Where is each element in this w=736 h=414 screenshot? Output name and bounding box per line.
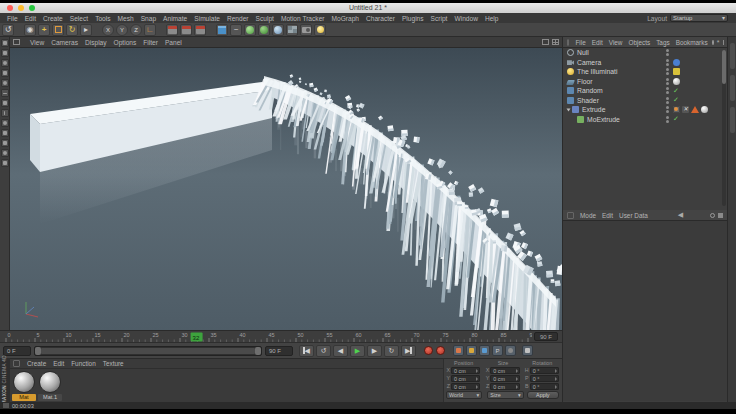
pos-z-field[interactable]: 0 cm — [451, 383, 480, 390]
lock-icon[interactable] — [718, 213, 723, 218]
visibility-dots[interactable] — [666, 49, 669, 57]
edges-mode-icon[interactable] — [1, 89, 9, 97]
coordinate-space-dropdown[interactable]: World▾ — [446, 391, 482, 399]
visibility-dots[interactable] — [666, 58, 669, 66]
play-backwards-button[interactable]: ↺ — [316, 345, 331, 357]
timeline-ruler[interactable]: 05101520253035404550556065707580859032 — [2, 331, 532, 343]
am-menu-edit[interactable]: Edit — [602, 212, 613, 219]
mat-menu-create[interactable]: Create — [27, 360, 46, 367]
viewport-canvas[interactable] — [10, 48, 562, 330]
vp-menu-options[interactable]: Options — [114, 39, 137, 46]
previous-frame-button[interactable]: ◀ — [333, 345, 348, 357]
rot-p-field[interactable]: 0 ° — [530, 375, 559, 382]
modeling-settings-icon[interactable] — [1, 159, 9, 167]
pos-y-field[interactable]: 0 cm — [451, 375, 480, 382]
size-mode-dropdown[interactable]: Size▾ — [487, 391, 523, 399]
expand-arrow-icon[interactable] — [567, 108, 571, 111]
menu-file[interactable]: File — [7, 15, 18, 22]
make-editable-icon[interactable] — [1, 39, 9, 47]
goto-start-button[interactable]: ◀ — [299, 345, 314, 357]
scale-tool-icon[interactable] — [52, 24, 64, 36]
tab-handle[interactable] — [730, 43, 735, 69]
x-axis-toggle[interactable]: X — [102, 24, 114, 36]
om-menu-bookmarks[interactable]: Bookmarks — [676, 39, 708, 46]
rotate-tool-icon[interactable]: ↻ — [66, 24, 78, 36]
start-frame-field[interactable]: 0 F — [3, 346, 31, 356]
z-axis-toggle[interactable]: Z — [130, 24, 142, 36]
coordinate-system-icon[interactable]: ∟ — [144, 24, 156, 36]
am-menu-mode[interactable]: Mode — [580, 212, 596, 219]
om-menu-objects[interactable]: Objects — [628, 39, 650, 46]
visibility-dots[interactable] — [666, 87, 669, 95]
menu-snap[interactable]: Snap — [141, 15, 156, 22]
enable-axis-icon[interactable] — [1, 109, 9, 117]
om-scrollbar[interactable] — [722, 50, 726, 206]
object-row-shader[interactable]: Shader ✓ — [563, 96, 727, 106]
menu-mesh[interactable]: Mesh — [118, 15, 134, 22]
floor-menu-button[interactable] — [286, 24, 298, 36]
history-back-icon[interactable]: ◀ — [678, 211, 683, 219]
menu-tools[interactable]: Tools — [95, 15, 110, 22]
tab-handle[interactable] — [730, 75, 735, 101]
size-x-field[interactable]: 0 cm — [490, 367, 519, 374]
mat-menu-edit[interactable]: Edit — [53, 360, 64, 367]
rot-b-field[interactable]: 0 ° — [530, 383, 559, 390]
menu-window[interactable]: Window — [454, 15, 477, 22]
keyframe-rotation-toggle[interactable] — [479, 345, 490, 356]
material-preview-sphere[interactable] — [13, 371, 35, 393]
goto-end-button[interactable]: ▶ — [401, 345, 416, 357]
enabled-check-icon[interactable]: ✓ — [673, 96, 679, 104]
deformer-menu-button[interactable] — [258, 24, 270, 36]
tab-handle[interactable] — [730, 107, 735, 133]
timeline-max-field[interactable]: 90 F — [534, 332, 558, 341]
points-mode-icon[interactable] — [1, 79, 9, 87]
object-row-extrude[interactable]: Extrude ✕ — [563, 105, 727, 115]
record-keyframe-button[interactable] — [424, 346, 433, 355]
render-view-button[interactable] — [166, 24, 178, 36]
menu-character[interactable]: Character — [366, 15, 395, 22]
om-menu-edit[interactable]: Edit — [592, 39, 603, 46]
keyframe-parameter-toggle[interactable]: P — [492, 345, 503, 356]
menu-simulate[interactable]: Simulate — [194, 15, 220, 22]
om-menu-view[interactable]: View — [609, 39, 623, 46]
camera-menu-button[interactable] — [300, 24, 312, 36]
x-tag[interactable]: ✕ — [682, 106, 689, 113]
move-tool-icon[interactable]: + — [38, 24, 50, 36]
size-y-field[interactable]: 0 cm — [490, 375, 519, 382]
autokey-button[interactable] — [436, 346, 445, 355]
gear-icon[interactable]: * — [717, 39, 720, 46]
visibility-dots[interactable] — [666, 106, 669, 114]
spline-menu-button[interactable]: ~ — [230, 24, 242, 36]
layout-select[interactable]: Startup ▾ — [670, 14, 728, 22]
keyframe-position-toggle[interactable] — [453, 345, 464, 356]
quantize-icon[interactable] — [1, 149, 9, 157]
visibility-dots[interactable] — [666, 77, 669, 85]
menu-mograph[interactable]: MoGraph — [332, 15, 360, 22]
am-menu-userdata[interactable]: User Data — [619, 212, 648, 219]
pos-x-field[interactable]: 0 cm — [451, 367, 480, 374]
range-handle-left[interactable] — [35, 347, 41, 355]
visibility-dots[interactable] — [666, 115, 669, 123]
mat-menu-texture[interactable]: Texture — [103, 360, 124, 367]
search-icon[interactable] — [710, 213, 715, 218]
vp-menu-display[interactable]: Display — [85, 39, 107, 46]
om-scrollbar-thumb[interactable] — [722, 50, 726, 84]
keyframe-scale-toggle[interactable] — [466, 345, 477, 356]
texture-tag[interactable] — [673, 78, 680, 85]
next-frame-button[interactable]: ▶ — [367, 345, 382, 357]
apply-button[interactable]: Apply — [527, 391, 559, 399]
om-menu-file[interactable]: File — [575, 39, 585, 46]
menu-create[interactable]: Create — [43, 15, 63, 22]
visibility-dots[interactable] — [666, 68, 669, 76]
last-tool-icon[interactable]: ▸ — [80, 24, 92, 36]
object-row-null[interactable]: Null — [563, 48, 727, 58]
locked-workplane-icon[interactable] — [1, 139, 9, 147]
object-row-moextrude[interactable]: MoExtrude ✓ — [563, 115, 727, 125]
texture-mode-icon[interactable] — [1, 59, 9, 67]
camera-tag[interactable] — [673, 59, 680, 66]
snap-icon[interactable] — [1, 129, 9, 137]
model-mode-icon[interactable] — [1, 49, 9, 57]
live-selection-icon[interactable]: ◉ — [24, 24, 36, 36]
om-menu-tags[interactable]: Tags — [656, 39, 670, 46]
play-button[interactable]: ▶ — [350, 345, 365, 357]
